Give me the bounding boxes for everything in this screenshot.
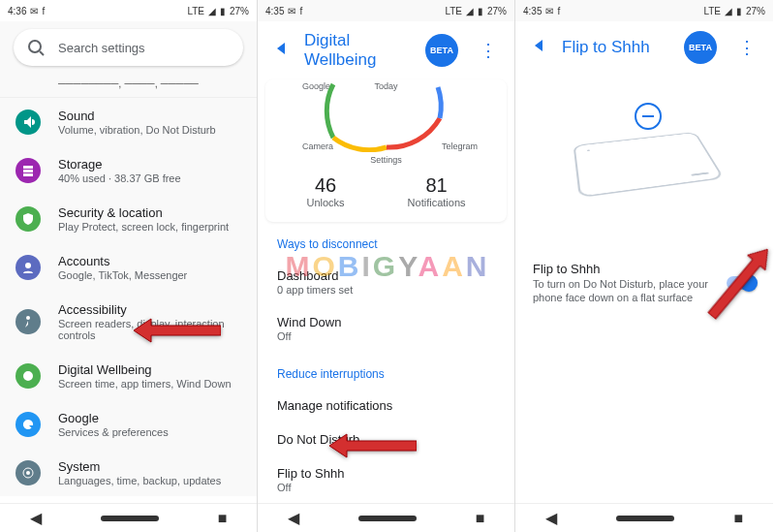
net: LTE [187, 6, 204, 16]
illustration [515, 74, 773, 248]
settings-row-google[interactable]: GoogleServices & preferences [0, 400, 257, 449]
msg-icon: ✉ [30, 6, 38, 16]
a11y-icon [16, 309, 41, 334]
section-ways: Ways to disconnect [258, 222, 514, 259]
system-icon [16, 460, 41, 485]
beta-badge: BETA [684, 31, 717, 64]
header: Digital Wellbeing BETA ⋮ [258, 21, 514, 79]
nav-bar: ◀■ [258, 503, 514, 532]
flip-to-shhh-screen: 4:35 ✉ f LTE◢▮27% Flip to Shhh BETA ⋮ Fl… [515, 0, 773, 532]
svg-point-0 [29, 41, 41, 52]
svg-rect-3 [23, 173, 33, 176]
settings-row-a11y[interactable]: AccessibilityScreen readers, display, in… [0, 292, 257, 352]
manage-notifs-row[interactable]: Manage notifications [258, 389, 514, 422]
batt-icon: ▮ [220, 6, 226, 16]
search-settings[interactable]: Search settings [14, 29, 243, 66]
nav-recent[interactable]: ■ [734, 510, 744, 527]
settings-row-sound[interactable]: SoundVolume, vibration, Do Not Disturb [0, 98, 257, 146]
wind-down-row[interactable]: Wind DownOff [258, 305, 514, 352]
status-bar: 4:36 ✉ f LTE◢▮27% [0, 0, 257, 21]
flip-to-shhh-row[interactable]: Flip to ShhhOff [258, 456, 514, 503]
nav-home[interactable] [616, 516, 674, 521]
nav-recent[interactable]: ■ [476, 510, 485, 527]
search-icon [27, 39, 45, 56]
google-icon [16, 412, 41, 437]
settings-row-account[interactable]: AccountsGoogle, TikTok, Messenger [0, 243, 257, 292]
settings-row-system[interactable]: SystemLanguages, time, backup, updates [0, 449, 257, 496]
search-placeholder: Search settings [58, 41, 145, 55]
nav-back[interactable]: ◀ [288, 509, 299, 527]
nav-home[interactable] [358, 516, 417, 521]
wellbeing-icon [16, 363, 41, 389]
status-bar: 4:35 ✉ f LTE◢▮27% [258, 0, 514, 21]
digital-wellbeing-screen: 4:35 ✉ f LTE◢▮27% Digital Wellbeing BETA… [258, 0, 515, 532]
svg-point-4 [25, 263, 31, 268]
nav-bar: ◀■ [515, 503, 773, 532]
nav-back[interactable]: ◀ [545, 509, 557, 527]
clock: 4:35 [265, 6, 284, 16]
storage-icon [16, 158, 41, 183]
notifications-stat: 81Notifications [408, 174, 466, 208]
dnd-row[interactable]: Do Not Disturb [258, 422, 514, 456]
beta-badge: BETA [425, 34, 458, 67]
phone-face-down-icon [574, 132, 725, 198]
unlocks-stat: 46Unlocks [306, 174, 344, 208]
page-title: Flip to Shhh [562, 38, 668, 57]
clock: 4:35 [523, 6, 542, 16]
security-icon [16, 206, 41, 232]
signal-icon: ◢ [208, 6, 216, 16]
nav-recent[interactable]: ■ [218, 510, 228, 527]
settings-row-security[interactable]: Security & locationPlay Protect, screen … [0, 195, 257, 243]
overflow-menu[interactable]: ⋮ [474, 40, 503, 61]
status-bar: 4:35 ✉ f LTE◢▮27% [515, 0, 773, 21]
sound-icon [16, 110, 41, 135]
truncated-row: ────────, ────, ───── [0, 74, 257, 98]
nav-back[interactable]: ◀ [30, 509, 42, 527]
back-button[interactable] [269, 39, 289, 62]
svg-rect-1 [23, 166, 33, 169]
section-reduce: Reduce interruptions [258, 352, 514, 389]
settings-row-storage[interactable]: Storage40% used · 38.37 GB free [0, 146, 257, 195]
fb-icon: f [42, 6, 45, 16]
flip-toggle-row[interactable]: Flip to ShhhTo turn on Do Not Disturb, p… [515, 248, 773, 319]
settings-screen: 4:36 ✉ f LTE◢▮27% Search settings ──────… [0, 0, 258, 532]
overflow-menu[interactable]: ⋮ [732, 37, 761, 58]
flip-toggle[interactable] [727, 276, 756, 290]
nav-home[interactable] [101, 516, 159, 521]
header: Flip to Shhh BETA ⋮ [515, 21, 773, 74]
usage-card[interactable]: GoogleToday. CameraTelegram Settings 46U… [265, 79, 507, 222]
page-title: Digital Wellbeing [304, 31, 410, 70]
svg-point-7 [26, 471, 30, 475]
dashboard-row[interactable]: Dashboard0 app timers set [258, 259, 514, 305]
settings-row-wellbeing[interactable]: Digital WellbeingScreen time, app timers… [0, 352, 257, 400]
account-icon [16, 255, 41, 280]
batt: 27% [230, 6, 249, 16]
back-button[interactable] [527, 36, 546, 59]
svg-rect-2 [23, 170, 33, 172]
clock: 4:36 [8, 6, 26, 16]
dnd-icon [635, 103, 662, 130]
nav-bar: ◀ ■ [0, 503, 257, 532]
svg-point-5 [26, 316, 30, 320]
